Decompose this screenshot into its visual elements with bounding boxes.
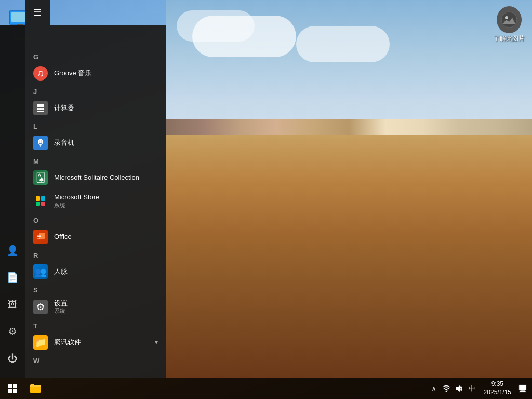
tray-network[interactable] (440, 378, 453, 399)
svg-rect-22 (30, 385, 41, 393)
chevron-up-icon: ∧ (431, 384, 436, 393)
cloud-3 (296, 26, 390, 62)
groove-label: Groove 音乐 (54, 69, 91, 77)
svg-rect-15 (37, 235, 41, 236)
svg-rect-20 (8, 389, 12, 393)
tray-chevron[interactable]: ∧ (428, 378, 440, 399)
clock-time: 9:35 (491, 380, 503, 389)
settings-app-icon: ⚙ (33, 300, 48, 314)
svg-rect-19 (13, 384, 17, 388)
calculator-label: 计算器 (54, 104, 74, 112)
voicerecorder-icon: 🎙 (33, 136, 48, 150)
people-label: 人脉 (54, 268, 68, 276)
tray-volume[interactable] (453, 378, 465, 399)
calculator-icon (33, 101, 48, 115)
section-letter-j: J (25, 85, 166, 97)
app-list: G ♫ Groove 音乐 J 计算器 L (25, 25, 166, 378)
section-letter-l: L (25, 119, 166, 131)
start-sidebar: 👤 📄 🖼 ⚙ ⏻ (0, 25, 25, 378)
app-item-store[interactable]: Microsoft Store 系统 (25, 189, 166, 214)
svg-rect-11 (39, 111, 42, 112)
section-letter-r: R (25, 248, 166, 260)
settings-subtitle: 系统 (54, 307, 68, 315)
groove-icon: ♫ (33, 66, 48, 81)
svg-rect-18 (8, 384, 12, 388)
svg-rect-10 (37, 111, 39, 112)
app-item-calculator[interactable]: 计算器 (25, 97, 166, 119)
settings-sidebar-icon: ⚙ (8, 326, 17, 337)
app-item-solitaire[interactable]: 🂡 Microsoft Solitaire Collection (25, 166, 166, 189)
taskbar: ∧ 中 9:35 2025/1/15 (0, 378, 532, 399)
section-letter-g: G (25, 50, 166, 62)
voicerecorder-label: 录音机 (54, 139, 74, 147)
user-icon: 👤 (7, 245, 18, 256)
svg-marker-24 (456, 385, 460, 392)
solitaire-label: Microsoft Solitaire Collection (54, 174, 139, 182)
notification-button[interactable] (515, 378, 530, 399)
app-item-office[interactable]: Office (25, 225, 166, 248)
system-tray: ∧ 中 9:35 2025/1/15 (428, 378, 532, 399)
documents-icon: 📄 (7, 272, 18, 283)
clock-date: 2025/1/15 (484, 389, 511, 397)
svg-rect-12 (42, 111, 44, 112)
solitaire-icon: 🂡 (33, 170, 48, 185)
ime-label: 中 (469, 384, 475, 393)
svg-rect-6 (37, 104, 44, 107)
cloud-2 (177, 10, 255, 42)
tencent-label: 腾讯软件 (54, 338, 81, 347)
svg-point-4 (501, 12, 517, 28)
app-item-groove[interactable]: ♫ Groove 音乐 (25, 62, 166, 85)
cliff-layer (166, 135, 532, 378)
store-subtitle: 系统 (54, 202, 99, 209)
section-letter-t: T (25, 319, 166, 331)
app-item-tencent[interactable]: 📁 腾讯软件 ▾ (25, 331, 166, 354)
settings-label: 设置 (54, 299, 68, 308)
svg-rect-21 (13, 389, 17, 393)
store-label: Microsoft Store (54, 193, 99, 202)
sidebar-settings-button[interactable]: ⚙ (0, 319, 25, 344)
desktop-icon-photos[interactable]: 了解此图片 (491, 5, 527, 45)
svg-point-23 (445, 391, 447, 392)
tencent-expand-arrow: ▾ (155, 339, 158, 346)
app-item-settings[interactable]: ⚙ 设置 系统 (25, 295, 166, 320)
section-letter-w: W (25, 354, 166, 366)
photos-icon-label: 了解此图片 (494, 34, 525, 43)
section-letter-s: S (25, 283, 166, 295)
svg-rect-8 (39, 108, 42, 110)
tencent-icon: 📁 (33, 335, 48, 350)
section-letter-o: O (25, 214, 166, 225)
sidebar-power-button[interactable]: ⏻ (0, 346, 25, 371)
svg-rect-7 (37, 108, 39, 110)
photos-icon (497, 7, 522, 32)
start-button[interactable] (0, 378, 25, 399)
tray-ime[interactable]: 中 (465, 378, 480, 399)
sidebar-pictures-button[interactable]: 🖼 (0, 292, 25, 317)
hamburger-menu-button[interactable]: ☰ (25, 0, 50, 25)
app-list-scroll[interactable]: G ♫ Groove 音乐 J 计算器 L (25, 25, 166, 378)
store-icon (33, 194, 48, 208)
sidebar-user-button[interactable]: 👤 (0, 238, 25, 263)
svg-rect-17 (37, 238, 40, 239)
svg-rect-25 (519, 385, 526, 390)
svg-rect-16 (37, 236, 41, 237)
office-label: Office (54, 233, 72, 241)
taskbar-file-explorer[interactable] (25, 378, 46, 399)
section-letter-m: M (25, 154, 166, 166)
sidebar-documents-button[interactable]: 📄 (0, 265, 25, 290)
pictures-icon: 🖼 (8, 299, 17, 310)
app-item-people[interactable]: 👥 人脉 (25, 260, 166, 283)
office-icon (33, 230, 48, 244)
svg-rect-9 (42, 108, 44, 110)
system-clock[interactable]: 9:35 2025/1/15 (480, 378, 515, 399)
hamburger-icon: ☰ (33, 7, 42, 18)
people-icon: 👥 (33, 264, 48, 279)
svg-point-5 (505, 16, 508, 19)
power-icon: ⏻ (8, 353, 17, 364)
app-item-voicerecorder[interactable]: 🎙 录音机 (25, 131, 166, 154)
